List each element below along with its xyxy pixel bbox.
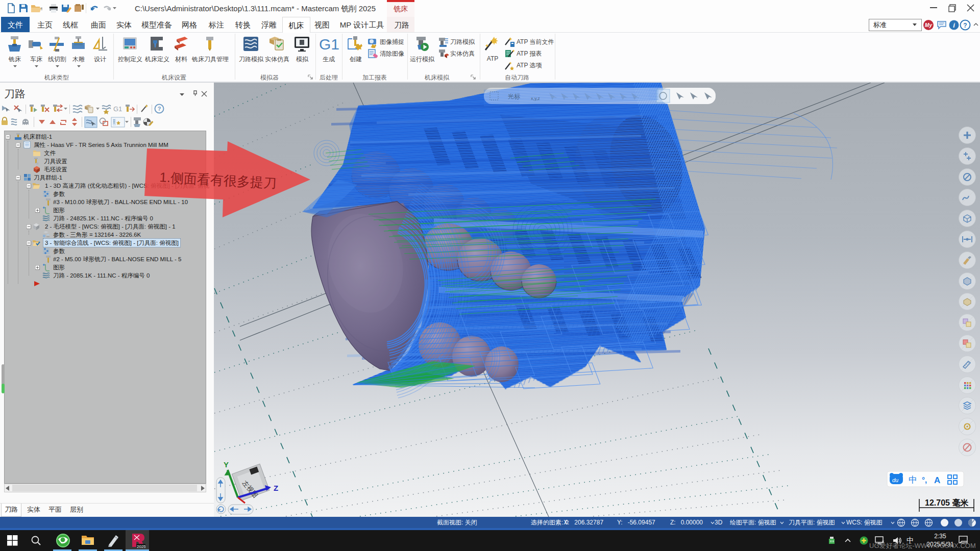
svg-text:i: i [953,21,955,29]
svg-text:?: ? [158,106,161,112]
svg-text:°,: °, [922,475,927,484]
svg-text:x,y,z: x,y,z [531,96,540,101]
svg-text:2025: 2025 [137,544,145,548]
svg-text:A: A [934,475,940,485]
svg-text:Z: Z [274,484,278,492]
svg-text:12.705 毫米: 12.705 毫米 [925,498,968,507]
svg-text:du: du [892,477,898,483]
svg-text:My: My [925,22,932,28]
svg-text:中: 中 [909,475,917,485]
svg-text:G1: G1 [113,105,122,113]
svg-text:Y: Y [224,460,229,469]
svg-text:?: ? [963,22,967,29]
